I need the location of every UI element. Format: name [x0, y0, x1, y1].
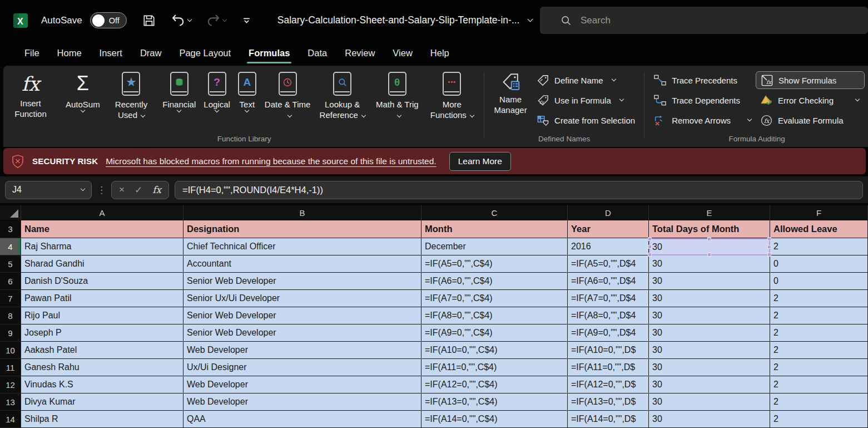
cell-a10[interactable]: Aakash Patel: [21, 342, 183, 359]
name-box[interactable]: J4: [5, 181, 92, 199]
selection-handle-lc[interactable]: [648, 245, 652, 249]
insert-function-button[interactable]: fx Insert Function: [9, 68, 52, 119]
ribbon-button-trace-dependents[interactable]: Trace Dependents: [649, 91, 756, 109]
cell-f13[interactable]: 2: [770, 393, 868, 411]
cell-d14[interactable]: =IF(A14=0,"",D$: [568, 411, 649, 428]
cell-a6[interactable]: Danish D'Souza: [21, 273, 183, 290]
selection-handle-tr[interactable]: [767, 237, 771, 241]
insert-function-fx-button[interactable]: fx: [147, 184, 166, 195]
row-header-7[interactable]: 7: [0, 290, 21, 307]
row-header-13[interactable]: 13: [0, 393, 21, 411]
selection-handle-rc[interactable]: [767, 245, 771, 249]
selection-handle-br[interactable]: [767, 253, 771, 257]
cell-c9[interactable]: =IF(A9=0,"",C$4): [421, 324, 568, 342]
cell-b6[interactable]: Senior Web Developer: [183, 273, 421, 290]
row-header-4[interactable]: 4: [0, 238, 21, 255]
cell-e11[interactable]: 30: [649, 359, 770, 376]
cell-c5[interactable]: =IF(A5=0,"",C$4): [421, 255, 568, 273]
cell-f5[interactable]: 0: [770, 255, 868, 273]
cell-f7[interactable]: 2: [770, 290, 868, 307]
cell-c6[interactable]: =IF(A6=0,"",C$4): [421, 273, 568, 290]
row-header-10[interactable]: 10: [0, 342, 21, 359]
tab-formulas[interactable]: Formulas: [240, 41, 299, 66]
cell-e13[interactable]: 30: [649, 393, 770, 411]
row-header-5[interactable]: 5: [0, 255, 21, 273]
cell-d6[interactable]: =IF(A6=0,"",D$4: [568, 273, 649, 290]
row-header-9[interactable]: 9: [0, 324, 21, 342]
cell-e8[interactable]: 30: [649, 307, 770, 324]
select-all-corner[interactable]: [0, 205, 21, 220]
cell-c4[interactable]: December: [421, 238, 568, 255]
column-header-c[interactable]: C: [421, 205, 568, 220]
row-header-11[interactable]: 11: [0, 359, 21, 376]
selection-handle-bc[interactable]: [707, 253, 711, 257]
cell-a3[interactable]: Name: [21, 220, 183, 238]
cell-e12[interactable]: 30: [649, 376, 770, 393]
cell-b8[interactable]: Senior Web Developer: [183, 307, 421, 324]
tab-draw[interactable]: Draw: [131, 41, 171, 66]
ribbon-button-more-functions[interactable]: •••More Functions: [425, 68, 480, 120]
ribbon-button-autosum[interactable]: ΣAutoSum: [62, 68, 104, 113]
tab-data[interactable]: Data: [299, 41, 336, 66]
tab-help[interactable]: Help: [421, 41, 458, 66]
cell-e4[interactable]: 30: [649, 238, 770, 255]
column-header-e[interactable]: E: [649, 205, 770, 220]
cell-b13[interactable]: Web Developer: [183, 393, 421, 411]
tab-file[interactable]: File: [16, 41, 48, 66]
customize-quick-access-toolbar-button[interactable]: [241, 15, 252, 26]
ribbon-button-lookup-reference[interactable]: Lookup & Reference: [315, 68, 370, 120]
cell-c10[interactable]: =IF(A10=0,"",C$4): [421, 342, 568, 359]
cell-d10[interactable]: =IF(A10=0,"",D$: [568, 342, 649, 359]
selection-handle-bl[interactable]: [648, 253, 652, 257]
cell-b9[interactable]: Senior Web Developer: [183, 324, 421, 342]
ribbon-button-text[interactable]: AText: [234, 68, 260, 113]
cell-b12[interactable]: Web Developer: [183, 376, 421, 393]
cell-a14[interactable]: Shilpa R: [21, 411, 183, 428]
tab-insert[interactable]: Insert: [91, 41, 131, 66]
row-header-12[interactable]: 12: [0, 376, 21, 393]
cell-e7[interactable]: 30: [649, 290, 770, 307]
cell-b4[interactable]: Chief Technical Officer: [183, 238, 421, 255]
tab-home[interactable]: Home: [48, 41, 91, 66]
ribbon-button-error-checking[interactable]: Error Checking: [756, 91, 865, 109]
cell-b14[interactable]: QAA: [183, 411, 421, 428]
learn-more-button[interactable]: Learn More: [449, 152, 511, 171]
cell-c8[interactable]: =IF(A8=0,"",C$4): [421, 307, 568, 324]
cell-e3[interactable]: Total Days of Month: [649, 220, 770, 238]
cell-b5[interactable]: Accountant: [183, 255, 421, 273]
ribbon-button-trace-precedents[interactable]: Trace Precedents: [649, 71, 756, 89]
cell-d11[interactable]: =IF(A11=0,"",D$: [568, 359, 649, 376]
ribbon-button-date-time[interactable]: Date & Time: [260, 68, 315, 120]
cell-d8[interactable]: =IF(A8=0,"",D$4: [568, 307, 649, 324]
cell-c3[interactable]: Month: [421, 220, 568, 238]
row-header-8[interactable]: 8: [0, 307, 21, 324]
tab-review[interactable]: Review: [336, 41, 384, 66]
selection-handle-tl[interactable]: [648, 237, 652, 241]
row-header-3[interactable]: 3: [0, 220, 21, 238]
ribbon-button-recently-used[interactable]: ★Recently Used: [104, 68, 159, 120]
column-header-b[interactable]: B: [183, 205, 421, 220]
cell-b11[interactable]: Ux/Ui Designer: [183, 359, 421, 376]
cell-a11[interactable]: Ganesh Rahu: [21, 359, 183, 376]
cell-e5[interactable]: 30: [649, 255, 770, 273]
search-box[interactable]: Search: [540, 7, 868, 34]
autosave-toggle[interactable]: Off: [90, 12, 127, 28]
cell-b10[interactable]: Web Developer: [183, 342, 421, 359]
ribbon-button-logical[interactable]: ?Logical: [200, 68, 234, 113]
name-manager-button[interactable]: Name Manager: [489, 68, 532, 115]
excel-logo-icon[interactable]: X: [12, 12, 29, 29]
cell-a9[interactable]: Joseph P: [21, 324, 183, 342]
ribbon-button-math-trig[interactable]: θMath & Trig: [370, 68, 425, 120]
selection-handle-tc[interactable]: [707, 237, 711, 241]
ribbon-button-use-in-formula[interactable]: fxUse in Formula: [532, 91, 639, 109]
cell-b3[interactable]: Designation: [183, 220, 421, 238]
cell-f4[interactable]: 2: [770, 238, 868, 255]
redo-button[interactable]: [206, 13, 226, 27]
cell-a5[interactable]: Sharad Gandhi: [21, 255, 183, 273]
cell-a4[interactable]: Raj Sharma: [21, 238, 183, 255]
cell-e14[interactable]: 30: [649, 411, 770, 428]
cell-f12[interactable]: 2: [770, 376, 868, 393]
cell-b7[interactable]: Senior Ux/Ui Developer: [183, 290, 421, 307]
column-header-f[interactable]: F: [770, 205, 868, 220]
save-button[interactable]: [142, 13, 156, 28]
